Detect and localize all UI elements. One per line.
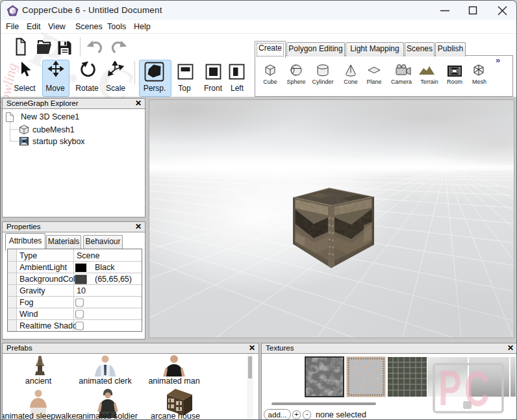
- svg-text:animated soldier: animated soldier: [78, 412, 138, 420]
- svg-text:ancient: ancient: [25, 377, 52, 386]
- svg-text:C: C: [464, 362, 489, 417]
- svg-text:AmbientLight: AmbientLight: [19, 263, 67, 272]
- svg-text:animated sleepwalker: animated sleepwalker: [3, 412, 79, 420]
- svg-text:Wind: Wind: [19, 310, 38, 319]
- svg-text:-: -: [306, 410, 309, 417]
- svg-text:Realtime Shadow: Realtime Shadow: [19, 321, 84, 330]
- svg-text:add...: add...: [268, 411, 287, 419]
- svg-text:startup skybox: startup skybox: [32, 137, 85, 146]
- svg-text:Gravity: Gravity: [19, 286, 45, 295]
- svg-text:arcane house: arcane house: [151, 412, 200, 420]
- svg-text:animated clerk: animated clerk: [79, 377, 132, 386]
- svg-text:P: P: [438, 361, 461, 416]
- svg-text:Type: Type: [19, 251, 37, 260]
- svg-text:none selected: none selected: [316, 410, 366, 419]
- svg-text:+: +: [294, 410, 298, 418]
- svg-text:BackgroundCol: BackgroundCol: [19, 275, 75, 284]
- svg-text:Fog: Fog: [19, 298, 34, 307]
- svg-text:New 3D Scene1: New 3D Scene1: [21, 112, 79, 121]
- svg-text:(65,65,65): (65,65,65): [95, 275, 132, 284]
- svg-text:animated man: animated man: [148, 377, 199, 386]
- svg-text:10: 10: [77, 286, 86, 295]
- svg-text:Scene: Scene: [77, 251, 99, 260]
- svg-text:Black: Black: [95, 263, 115, 272]
- svg-text:cubeMesh1: cubeMesh1: [32, 125, 75, 134]
